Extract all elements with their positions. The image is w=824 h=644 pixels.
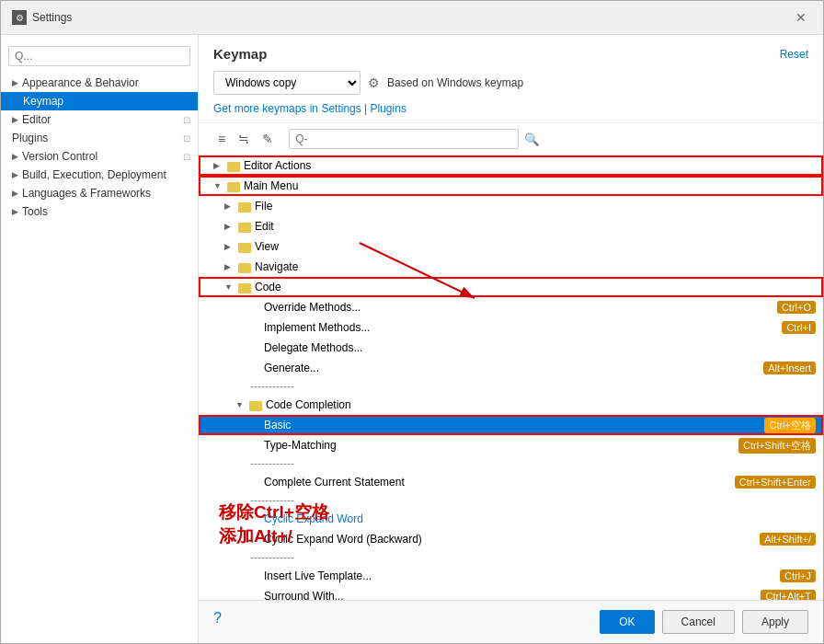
sidebar-item-build[interactable]: ▶ Build, Execution, Deployment — [1, 166, 198, 184]
keymap-select[interactable]: Windows copy — [213, 71, 360, 95]
shortcut-badge: Ctrl+Shift+Enter — [735, 476, 816, 489]
based-on-text: Based on Windows keymap — [387, 76, 523, 89]
sidebar-search-input[interactable] — [8, 46, 190, 66]
tree-item-label: Cyclic Expand Word — [264, 512, 816, 525]
folder-icon — [227, 182, 240, 192]
tree-item-label: Override Methods... — [264, 301, 777, 314]
expand-arrow-icon: ▼ — [224, 282, 235, 292]
shortcut-badge: Ctrl+O — [777, 301, 816, 314]
tree-item-label: View — [255, 240, 816, 253]
shortcut-badge: Ctrl+Alt+T — [761, 590, 816, 600]
main-header: Keymap Reset Windows copy ⚙ Based on Win… — [199, 35, 823, 123]
close-button[interactable]: ✕ — [790, 8, 812, 27]
window-title: Settings — [32, 11, 72, 24]
keymap-row: Windows copy ⚙ Based on Windows keymap — [213, 71, 808, 95]
tree-wrapper: ▶ Editor Actions ▼ Main Menu ▶ Fi — [199, 155, 823, 600]
tree-item-code[interactable]: ▼ Code — [199, 277, 823, 297]
bottom-bar: ? OK Cancel Apply — [199, 600, 823, 643]
sidebar-item-editor[interactable]: ▶ Editor ⊡ — [1, 110, 198, 129]
tree-item-label: Insert Live Template... — [264, 569, 780, 582]
tree-item-label: File — [255, 200, 816, 213]
tree-item-delegate-methods[interactable]: Delegate Methods... — [199, 338, 823, 358]
tree-item-implement-methods[interactable]: Implement Methods... Ctrl+I — [199, 317, 823, 338]
tree-item-label: Implement Methods... — [264, 321, 782, 334]
tree-item-surround-with[interactable]: Surround With... Ctrl+Alt+T — [199, 586, 823, 600]
edit-button[interactable]: ✎ — [258, 129, 278, 149]
expand-icon: ⊡ — [183, 133, 190, 144]
separator-text: ------------ — [250, 551, 294, 564]
sidebar-item-keymap[interactable]: Keymap — [1, 92, 198, 110]
tree-item-basic[interactable]: Basic Ctrl+空格 — [199, 415, 823, 435]
folder-icon — [249, 401, 262, 411]
sidebar-item-tools[interactable]: ▶ Tools — [1, 202, 198, 221]
separator-text: ------------ — [250, 457, 294, 470]
arrow-icon: ▶ — [12, 207, 18, 216]
folder-icon — [238, 263, 251, 273]
tree-area: ▶ Editor Actions ▼ Main Menu ▶ Fi — [199, 155, 823, 600]
sidebar-item-languages[interactable]: ▶ Languages & Frameworks — [1, 184, 198, 202]
sidebar-item-label: Keymap — [23, 95, 63, 108]
tree-item-label: Code — [255, 281, 816, 293]
search-input[interactable] — [289, 129, 519, 149]
settings-icon: ⚙ — [12, 10, 27, 25]
cancel-button[interactable]: Cancel — [662, 610, 735, 634]
folder-icon — [238, 202, 251, 213]
separator-text: ------------ — [250, 380, 294, 393]
tree-item-main-menu[interactable]: ▼ Main Menu — [199, 176, 823, 196]
separator-row: ------------ — [199, 455, 823, 472]
expand-arrow-icon: ▶ — [224, 201, 235, 211]
arrow-icon: ▶ — [12, 152, 18, 161]
title-bar: ⚙ Settings ✕ — [1, 1, 823, 35]
sidebar-item-appearance[interactable]: ▶ Appearance & Behavior — [1, 74, 198, 92]
tree-item-label: Navigate — [255, 260, 816, 273]
separator-row: ------------ — [199, 378, 823, 395]
shortcut-badge: Ctrl+Shift+空格 — [738, 438, 816, 454]
help-icon[interactable]: ? — [213, 610, 222, 634]
tree-item-type-matching[interactable]: Type-Matching Ctrl+Shift+空格 — [199, 435, 823, 455]
shortcut-badge: Ctrl+J — [780, 569, 816, 582]
tree-item-insert-live[interactable]: Insert Live Template... Ctrl+J — [199, 566, 823, 586]
tree-item-navigate[interactable]: ▶ Navigate — [199, 257, 823, 277]
shortcut-badge: Ctrl+I — [782, 321, 816, 334]
page-title: Keymap — [213, 46, 267, 62]
sidebar-item-label: Build, Execution, Deployment — [22, 168, 166, 181]
tree-item-file[interactable]: ▶ File — [199, 196, 823, 216]
tree-item-complete-current[interactable]: Complete Current Statement Ctrl+Shift+En… — [199, 472, 823, 492]
tree-item-label: Edit — [255, 220, 816, 233]
sidebar-item-label: Editor — [22, 113, 51, 126]
tree-item-cyclic-expand[interactable]: Cyclic Expand Word — [199, 509, 823, 529]
expand-all-button[interactable]: ≡ — [213, 129, 230, 149]
tree-item-generate[interactable]: Generate... Alt+Insert — [199, 358, 823, 378]
expand-icon: ⊡ — [183, 152, 190, 162]
gear-icon[interactable]: ⚙ — [368, 75, 380, 90]
tree-item-label: Type-Matching — [264, 439, 738, 452]
shortcut-badge: Alt+Insert — [763, 362, 816, 374]
tree-item-code-completion[interactable]: ▼ Code Completion — [199, 395, 823, 415]
separator-row: ------------ — [199, 549, 823, 566]
search-icon-button[interactable]: 🔍 — [519, 130, 545, 149]
tree-item-label: Surround With... — [264, 590, 761, 600]
ok-button[interactable]: OK — [600, 610, 654, 634]
get-more-row: Get more keymaps in Settings | Plugins — [213, 102, 808, 115]
expand-arrow-icon: ▼ — [235, 400, 246, 409]
tree-item-view[interactable]: ▶ View — [199, 236, 823, 257]
folder-icon — [227, 162, 240, 172]
apply-button[interactable]: Apply — [742, 610, 808, 634]
sidebar-search-box — [8, 46, 190, 66]
collapse-all-button[interactable]: ≒ — [234, 129, 254, 149]
sidebar-item-plugins[interactable]: Plugins ⊡ — [1, 129, 198, 147]
tree-item-override-methods[interactable]: Override Methods... Ctrl+O — [199, 297, 823, 317]
tree-item-edit[interactable]: ▶ Edit — [199, 216, 823, 236]
expand-icon: ⊡ — [183, 115, 190, 125]
sidebar: ▶ Appearance & Behavior Keymap ▶ Editor … — [1, 35, 199, 643]
expand-arrow-icon: ▼ — [213, 181, 224, 190]
expand-arrow-icon: ▶ — [224, 222, 235, 231]
tree-item-editor-actions[interactable]: ▶ Editor Actions — [199, 155, 823, 176]
sidebar-item-label: Appearance & Behavior — [22, 76, 139, 89]
get-more-link[interactable]: Get more keymaps in Settings | Plugins — [213, 102, 406, 115]
tree-item-cyclic-expand-backward[interactable]: Cyclic Expand Word (Backward) Alt+Shift+… — [199, 529, 823, 549]
reset-link[interactable]: Reset — [780, 48, 808, 61]
tree-item-label: Code Completion — [266, 398, 816, 411]
main-panel: Keymap Reset Windows copy ⚙ Based on Win… — [199, 35, 823, 643]
sidebar-item-version-control[interactable]: ▶ Version Control ⊡ — [1, 147, 198, 166]
